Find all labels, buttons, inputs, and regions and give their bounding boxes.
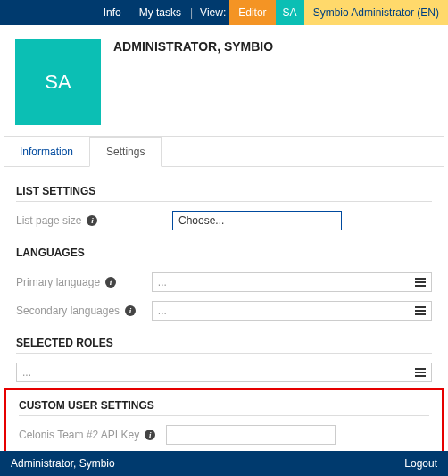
row-list-page-size: List page size i Choose... [16,211,432,230]
select-roles[interactable]: ... [16,363,432,382]
page-header: SA ADMINISTRATOR, SYMBIO [4,29,444,137]
select-secondary-language[interactable]: ... [152,301,432,321]
section-custom-settings: CUSTOM USER SETTINGS [19,399,429,412]
info-icon[interactable]: i [145,430,155,440]
menu-icon [415,276,426,288]
tabs: Information Settings [4,137,444,167]
nav-editor-button[interactable]: Editor [229,0,275,25]
nav-info[interactable]: Info [95,0,130,25]
nav-view-label: View: [193,0,229,25]
footer-user: Administrator, Symbio [11,457,115,470]
settings-content: LIST SETTINGS List page size i Choose...… [0,167,448,382]
menu-icon [415,366,426,379]
row-secondary-language: Secondary languages i ... [16,301,432,321]
label-secondary-language: Secondary languages i [16,305,152,317]
tab-information[interactable]: Information [4,137,89,166]
label-list-page-size: List page size i [16,214,172,227]
footer: Administrator, Symbio Logout [0,451,448,476]
row-primary-language: Primary language i ... [16,272,432,292]
nav-sa-badge[interactable]: SA [276,0,304,25]
page-title: ADMINISTRATOR, SYMBIO [101,39,273,125]
select-list-page-size[interactable]: Choose... [172,211,342,230]
section-list-settings: LIST SETTINGS [16,178,432,197]
label-primary-language: Primary language i [16,276,152,288]
top-nav: Info My tasks | View: Editor SA Symbio A… [0,0,448,25]
tab-settings[interactable]: Settings [89,137,162,167]
section-selected-roles: SELECTED ROLES [16,330,432,349]
select-primary-language[interactable]: ... [152,272,432,292]
nav-my-tasks[interactable]: My tasks [130,0,190,25]
info-icon[interactable]: i [87,215,97,226]
info-icon[interactable]: i [105,277,116,288]
logout-link[interactable]: Logout [404,457,437,470]
row-celonis-2: Celonis Team #2 API Key i [19,425,429,445]
label-celonis-2: Celonis Team #2 API Key i [19,429,166,441]
section-languages: LANGUAGES [16,239,432,259]
menu-icon [415,305,426,317]
info-icon[interactable]: i [125,305,136,316]
nav-user-label[interactable]: Symbio Administrator (EN) [304,0,448,25]
avatar: SA [15,39,101,125]
input-celonis-2[interactable] [166,425,336,445]
